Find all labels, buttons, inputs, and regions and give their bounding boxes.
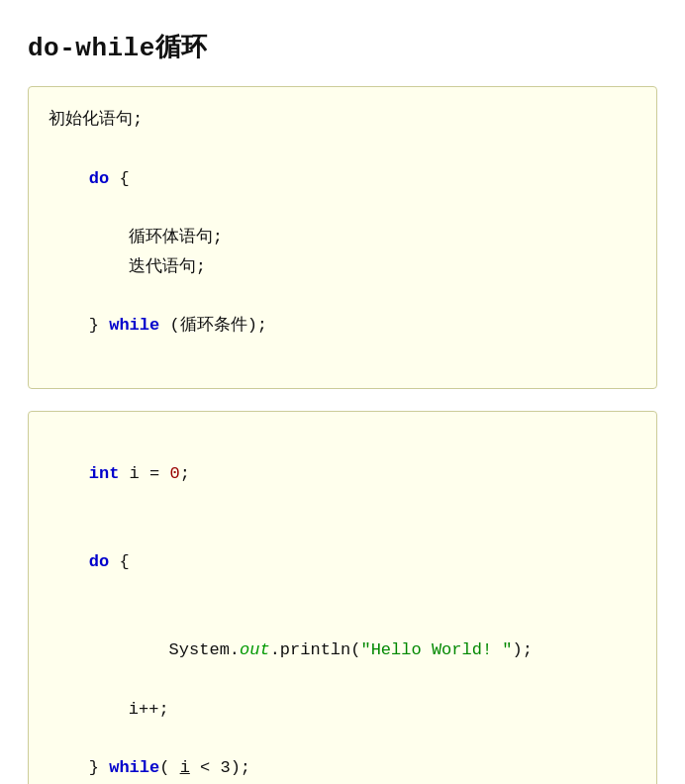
code-close-paren: );	[513, 640, 533, 659]
code-close-brace-2: }	[89, 758, 109, 777]
code-brace: {	[109, 169, 129, 188]
code-ex-line-4: i++;	[49, 695, 636, 725]
code-line-3: 循环体语句;	[49, 223, 636, 252]
keyword-while: while	[109, 316, 159, 335]
code-condition: (循环条件);	[159, 316, 267, 335]
code-var-i: i	[180, 758, 190, 777]
syntax-code-block: 初始化语句; do { 循环体语句; 迭代语句; } while (循环条件);	[28, 86, 657, 389]
code-num-0: 0	[169, 464, 179, 483]
page-title: do-while循环	[28, 30, 657, 64]
code-out: out	[240, 640, 270, 659]
code-ex-line-1: int i = 0;	[49, 430, 636, 518]
code-semi: ;	[180, 464, 190, 483]
code-close-brace: }	[89, 316, 109, 335]
code-string: "Hello World! "	[360, 640, 512, 659]
code-line-5: } while (循环条件);	[49, 282, 636, 370]
keyword-while-2: while	[109, 758, 159, 777]
code-line-1: 初始化语句;	[49, 105, 636, 135]
code-println: .println(	[270, 640, 361, 659]
code-var-decl: i =	[119, 464, 169, 483]
keyword-int: int	[89, 464, 120, 483]
keyword-do-2: do	[89, 552, 109, 571]
code-line-2: do {	[49, 135, 636, 223]
example-code-block: int i = 0; do { System.out.println("Hell…	[28, 411, 657, 784]
code-brace-2: {	[109, 552, 129, 571]
code-line-4: 迭代语句;	[49, 252, 636, 282]
code-condition-2: < 3);	[190, 758, 250, 777]
keyword-do: do	[89, 169, 109, 188]
code-ex-line-2: do {	[49, 518, 636, 606]
code-ex-line-3: System.out.println("Hello World! ");	[49, 606, 636, 694]
code-while-open: (	[159, 758, 179, 777]
code-system: System.	[129, 640, 240, 659]
code-ex-line-5: } while( i < 3);	[49, 724, 636, 784]
